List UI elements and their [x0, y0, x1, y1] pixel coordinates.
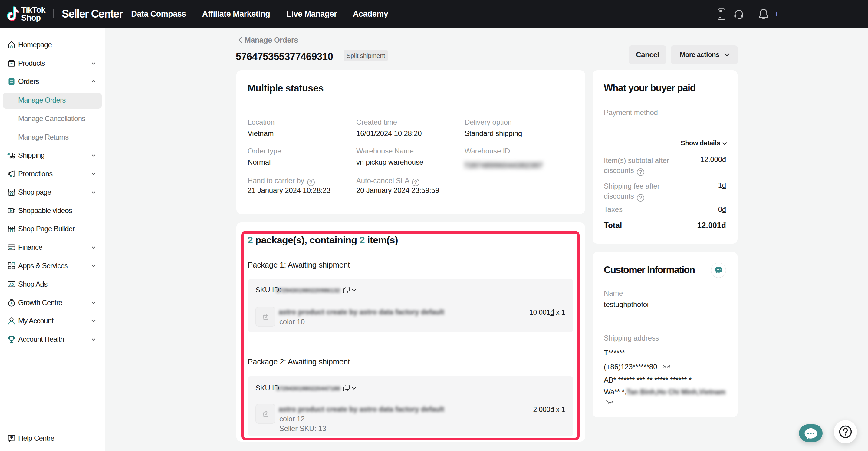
- svg-text:AD: AD: [9, 283, 14, 286]
- svg-text:?: ?: [10, 435, 13, 440]
